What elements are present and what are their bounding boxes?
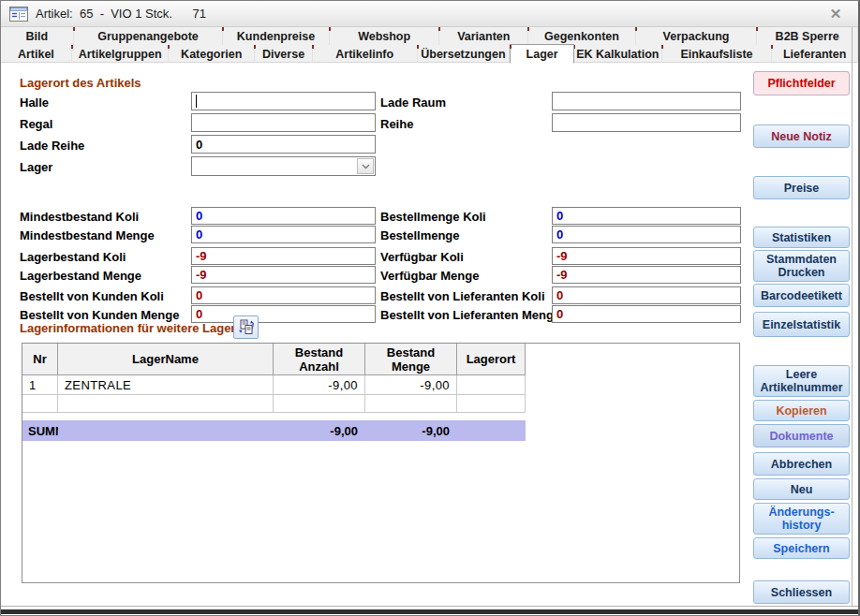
chevron-down-icon[interactable] [357,158,374,174]
sync-documents-icon [238,319,254,335]
bestellt-lieferanten-menge-input[interactable] [552,305,741,323]
window-bottom-edge [1,609,858,614]
tab-b2b-sperre[interactable]: B2B Sperre [757,27,858,45]
tab-artikel[interactable]: Artikel [1,45,72,63]
mindestbestand-koli-label: Mindestbestand Koli [20,210,139,224]
window-bottom-line [1,606,858,607]
tab-uebersetzungen[interactable]: Übersetzungen [418,45,511,63]
tab-artikelgruppen[interactable]: Artikelgruppen [72,45,170,63]
lagerbestand-koli-input[interactable] [191,247,376,265]
einzelstatistik-button[interactable]: Einzelstatistik [753,312,850,337]
tab-row-2: Artikel Artikelgruppen Kategorien Divers… [1,45,858,63]
table-sum-row: SUMME -9,00 -9,00 [22,420,526,441]
tab-ek-kalkulation[interactable]: EK Kalkulation [574,45,662,63]
preise-button[interactable]: Preise [753,176,850,199]
stammdaten-drucken-button[interactable]: Stammdaten Drucken [753,250,850,282]
tab-gruppenangebote[interactable]: Gruppenangebote [74,27,223,45]
text-caret [196,95,197,108]
tab-verpackung[interactable]: Verpackung [636,27,758,45]
halle-label: Halle [20,95,49,110]
tab-webshop[interactable]: Webshop [330,27,440,45]
cell-nr: 1 [22,375,58,395]
titlebar: Artikel: 65 - VIO 1 Stck. 71 ✕ [1,1,858,27]
tab-kategorien[interactable]: Kategorien [169,45,255,63]
bestellmenge-koli-input[interactable] [552,207,741,225]
tab-einkaufsliste[interactable]: Einkaufsliste [662,45,773,63]
sum-bestand-menge: -9,00 [365,420,457,441]
window-right-edge [852,27,853,606]
lade-reihe-label: Lade Reihe [20,139,84,153]
verfuegbar-koli-input[interactable] [552,247,741,265]
lagerbestand-koli-label: Lagerbestand Koli [20,250,126,264]
weitere-lager-table: Nr LagerName Bestand Anzahl Bestand Meng… [22,343,740,583]
lade-reihe-input[interactable] [191,135,376,154]
leere-artikelnummer-button[interactable]: Leere Artikelnummer [753,365,850,397]
regal-label: Regal [20,117,52,131]
col-header-nr[interactable]: Nr [22,344,58,375]
halle-input[interactable] [191,92,376,110]
tab-varianten[interactable]: Varianten [439,27,528,45]
cell-lagerort [457,375,526,395]
tab-lager[interactable]: Lager [510,44,574,64]
cell-bestand-anzahl: -9,00 [274,375,365,395]
artikel-window: Artikel: 65 - VIO 1 Stck. 71 ✕ Bild Grup… [0,0,860,616]
col-header-lagerort[interactable]: Lagerort [457,344,526,375]
tab-kundenpreise[interactable]: Kundenpreise [223,27,330,45]
tab-bild[interactable]: Bild [1,27,74,45]
reihe-label: Reihe [380,117,413,131]
speichern-button[interactable]: Speichern [753,537,850,559]
lager-select[interactable] [191,156,376,176]
sum-label: SUMME [22,420,58,441]
sum-bestand-anzahl: -9,00 [274,420,365,441]
bestellt-lieferanten-menge-label: Bestellt von Lieferanten Menge [380,308,560,322]
mindestbestand-koli-input[interactable] [191,207,376,225]
lagerort-section-title: Lagerort des Artikels [20,76,141,90]
regal-input[interactable] [191,113,376,132]
tab-artikelinfo[interactable]: Artikelinfo [313,45,418,63]
bestellmenge-label: Bestellmenge [380,228,460,242]
col-header-bestand-anzahl[interactable]: Bestand Anzahl [274,344,365,375]
pflichtfelder-button[interactable]: Pflichtfelder [753,71,850,95]
bestellt-kunden-koli-input[interactable] [191,286,376,304]
tab-row-1: Bild Gruppenangebote Kundenpreise Websho… [1,27,858,45]
tab-diverse[interactable]: Diverse [255,45,313,63]
bestellt-lieferanten-koli-label: Bestellt von Lieferanten Koli [380,289,545,303]
neue-notiz-button[interactable]: Neue Notiz [753,125,850,148]
close-icon[interactable]: ✕ [826,6,845,22]
schliessen-button[interactable]: Schliessen [753,580,850,604]
tab-gegenkonten[interactable]: Gegenkonten [528,27,636,45]
lagerbestand-menge-input[interactable] [191,266,376,284]
barcodeetikett-button[interactable]: Barcodeetikett [753,284,850,307]
mindestbestand-menge-input[interactable] [191,226,376,243]
bestellt-kunden-menge-label: Bestellt von Kunden Menge [20,308,179,322]
bestellmenge-koli-label: Bestellmenge Koli [380,210,486,224]
bestellt-lieferanten-koli-input[interactable] [552,286,741,304]
statistiken-button[interactable]: Statistiken [753,227,850,248]
refresh-lager-button[interactable] [233,315,259,339]
weitere-lager-section-title: Lagerinformationen für weitere Lager [20,321,235,335]
page-title: Artikel: 65 - VIO 1 Stck. 71 [36,7,206,21]
table-header-row: Nr LagerName Bestand Anzahl Bestand Meng… [22,344,526,375]
bestellmenge-input[interactable] [552,226,741,243]
verfuegbar-menge-label: Verfügbar Menge [380,269,479,283]
bestellt-kunden-koli-label: Bestellt von Kunden Koli [20,289,164,303]
neu-button[interactable]: Neu [753,478,850,500]
mindestbestand-menge-label: Mindestbestand Menge [20,228,155,242]
table-row-empty[interactable] [22,395,526,413]
window-icon [9,7,28,22]
kopieren-button[interactable]: Kopieren [753,400,850,421]
cell-bestand-menge: -9,00 [365,375,457,395]
table-row[interactable]: 1 ZENTRALE -9,00 -9,00 [22,375,526,395]
dokumente-button[interactable]: Dokumente [753,424,850,447]
lade-raum-label: Lade Raum [380,95,446,110]
lagerbestand-menge-label: Lagerbestand Menge [20,269,141,283]
col-header-bestand-menge[interactable]: Bestand Menge [365,344,457,375]
abbrechen-button[interactable]: Abbrechen [753,452,850,476]
lade-raum-input[interactable] [552,92,741,110]
verfuegbar-koli-label: Verfügbar Koli [380,250,464,264]
tab-lieferanten[interactable]: Lieferanten [772,45,858,63]
reihe-input[interactable] [552,113,741,132]
verfuegbar-menge-input[interactable] [552,266,741,284]
aenderungs-history-button[interactable]: Änderungs-history [753,503,850,535]
col-header-lagername[interactable]: LagerName [58,344,274,375]
